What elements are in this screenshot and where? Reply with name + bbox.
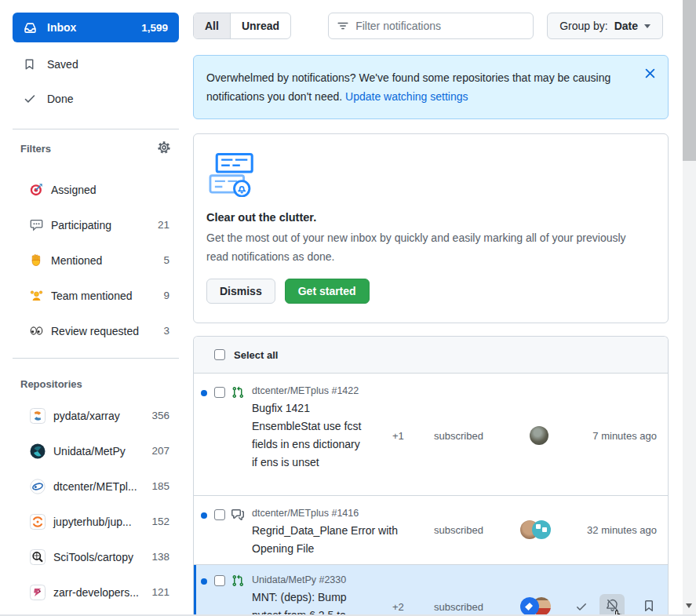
github-notifications-page: Inbox 1,599 Saved Done Filters bbox=[0, 0, 696, 616]
list-header: Select all bbox=[194, 337, 668, 374]
avatar bbox=[530, 426, 548, 445]
repo-item-pydata-xarray[interactable]: pydata/xarray 356 bbox=[13, 398, 179, 433]
filter-label: Mentioned bbox=[51, 254, 102, 267]
filter-item-participating[interactable]: Participating 21 bbox=[13, 207, 179, 242]
unread-dot bbox=[201, 390, 207, 396]
row-reason: subscribed bbox=[434, 524, 483, 536]
sidebar-item-done[interactable]: Done bbox=[13, 85, 179, 113]
chevron-down-icon bbox=[644, 24, 650, 31]
pull-request-icon bbox=[231, 386, 244, 399]
row-checkbox[interactable] bbox=[214, 387, 225, 398]
inbox-count: 1,599 bbox=[141, 22, 168, 34]
row-checkbox[interactable] bbox=[214, 509, 225, 520]
filter-notifications-input[interactable] bbox=[328, 13, 534, 39]
check-icon bbox=[575, 600, 588, 616]
row-repo: dtcenter/METplus #1422 bbox=[252, 385, 359, 396]
row-reason: subscribed bbox=[434, 430, 483, 442]
repo-count: 356 bbox=[151, 410, 169, 421]
inbox-label: Inbox bbox=[47, 21, 76, 34]
metpy-avatar bbox=[30, 443, 46, 459]
dismiss-button[interactable]: Dismiss bbox=[206, 279, 275, 304]
filter-label: Assigned bbox=[51, 184, 97, 196]
watching-settings-banner: Overwhelmed by notifications? We've foun… bbox=[193, 55, 669, 119]
mark-done-button[interactable] bbox=[575, 600, 588, 616]
done-label: Done bbox=[47, 93, 73, 105]
filter-funnel-icon bbox=[337, 20, 349, 35]
notifications-stack-icon bbox=[206, 151, 655, 200]
filter-count: 9 bbox=[163, 290, 169, 301]
group-by-button[interactable]: Group by: Date bbox=[547, 13, 663, 39]
filters-title: Filters bbox=[20, 143, 51, 155]
filter-notifications-box bbox=[328, 13, 534, 39]
repo-label: SciTools/cartopy bbox=[53, 551, 133, 563]
repo-label: jupyterhub/jup... bbox=[53, 516, 132, 528]
scrollbar-down-arrow[interactable] bbox=[686, 603, 692, 611]
row-title[interactable]: Regrid_Data_Plane Error with Opening Fil… bbox=[252, 522, 403, 558]
check-icon bbox=[24, 93, 38, 105]
tab-all[interactable]: All bbox=[194, 13, 230, 38]
row-reason: subscribed bbox=[434, 601, 483, 613]
repo-count: 152 bbox=[151, 516, 169, 527]
bookmark-icon bbox=[24, 58, 38, 71]
speech-balloon-emoji-icon bbox=[30, 218, 43, 231]
vertical-scrollbar[interactable] bbox=[683, 0, 696, 616]
notification-row-metplus-1422[interactable]: dtcenter/METplus #1422 Bugfix 1421 Ensem… bbox=[194, 374, 668, 495]
zarr-avatar bbox=[30, 585, 46, 600]
row-avatars bbox=[520, 520, 551, 539]
repositories-title: Repositories bbox=[20, 378, 82, 390]
repo-item-unidata-metpy[interactable]: Unidata/MetPy 207 bbox=[13, 433, 179, 468]
sidebar-item-saved[interactable]: Saved bbox=[13, 50, 179, 78]
scrollbar-thumb[interactable] bbox=[683, 0, 696, 161]
clutter-card-body: Get the most out of your new inbox by qu… bbox=[206, 228, 634, 266]
row-extra-count: +2 bbox=[392, 601, 404, 613]
save-notification-button[interactable] bbox=[643, 600, 655, 615]
filter-item-team-mentioned[interactable]: Team mentioned 9 bbox=[13, 278, 179, 313]
pull-request-icon bbox=[231, 574, 244, 587]
unsubscribe-button[interactable] bbox=[599, 594, 625, 616]
filter-label: Review requested bbox=[51, 325, 139, 337]
main-content: All Unread Group by: Date Overwhelmed by… bbox=[193, 0, 669, 616]
select-all-checkbox[interactable] bbox=[214, 349, 225, 360]
sidebar-divider bbox=[13, 129, 179, 129]
filter-label: Team mentioned bbox=[51, 290, 133, 302]
filter-count: 3 bbox=[163, 325, 169, 337]
notification-row-metplus-1416[interactable]: dtcenter/METplus #1416 Regrid_Data_Plane… bbox=[194, 495, 668, 564]
get-started-button[interactable]: Get started bbox=[285, 279, 370, 304]
repositories-header: Repositories bbox=[13, 370, 179, 392]
banner-close-button[interactable] bbox=[643, 67, 657, 82]
cartopy-avatar bbox=[30, 549, 46, 565]
discussion-icon bbox=[231, 508, 244, 521]
repo-count: 138 bbox=[151, 551, 169, 563]
filters-settings-button[interactable] bbox=[157, 140, 171, 157]
row-checkbox[interactable] bbox=[214, 575, 225, 586]
sidebar-item-inbox[interactable]: Inbox 1,599 bbox=[13, 13, 179, 42]
repo-item-zarr-developers[interactable]: zarr-developers... 121 bbox=[13, 574, 179, 610]
notification-row-metpy-2330[interactable]: Unidata/MetPy #2330 MNT: (deps): Bump py… bbox=[194, 564, 668, 616]
toolbar: All Unread Group by: Date bbox=[193, 13, 669, 39]
repo-item-jupyterhub[interactable]: jupyterhub/jup... 152 bbox=[13, 504, 179, 539]
repo-count: 121 bbox=[151, 586, 169, 598]
filter-item-review-requested[interactable]: Review requested 3 bbox=[13, 313, 179, 348]
close-icon bbox=[645, 68, 655, 81]
repo-item-dtcenter-metplus[interactable]: dtcenter/METpl... 185 bbox=[13, 468, 179, 504]
filter-item-assigned[interactable]: Assigned bbox=[13, 172, 179, 207]
repositories-list: pydata/xarray 356 Unidata/MetPy 207 dtce… bbox=[13, 398, 179, 610]
raised-hand-emoji-icon bbox=[30, 253, 43, 267]
gear-icon bbox=[157, 140, 171, 157]
repo-item-scitools-cartopy[interactable]: SciTools/cartopy 138 bbox=[13, 539, 179, 574]
eyes-emoji-icon bbox=[30, 324, 43, 337]
unread-dot bbox=[201, 578, 207, 585]
row-title[interactable]: MNT: (deps): Bump pytest from 6.2.5 to bbox=[252, 589, 370, 616]
update-watching-settings-link[interactable]: Update watching settings bbox=[345, 90, 468, 103]
row-title[interactable]: Bugfix 1421 EnsembleStat use fcst fields… bbox=[252, 399, 368, 472]
metplus-avatar bbox=[30, 479, 46, 494]
unread-dot bbox=[201, 512, 207, 519]
xarray-avatar bbox=[30, 408, 46, 424]
jupyterhub-avatar bbox=[30, 514, 46, 530]
filter-item-mentioned[interactable]: Mentioned 5 bbox=[13, 242, 179, 278]
row-extra-count: +1 bbox=[392, 430, 404, 442]
row-avatars bbox=[530, 426, 548, 445]
read-state-segmented-control: All Unread bbox=[193, 13, 291, 39]
tab-unread[interactable]: Unread bbox=[230, 13, 290, 38]
target-emoji-icon bbox=[30, 183, 43, 196]
